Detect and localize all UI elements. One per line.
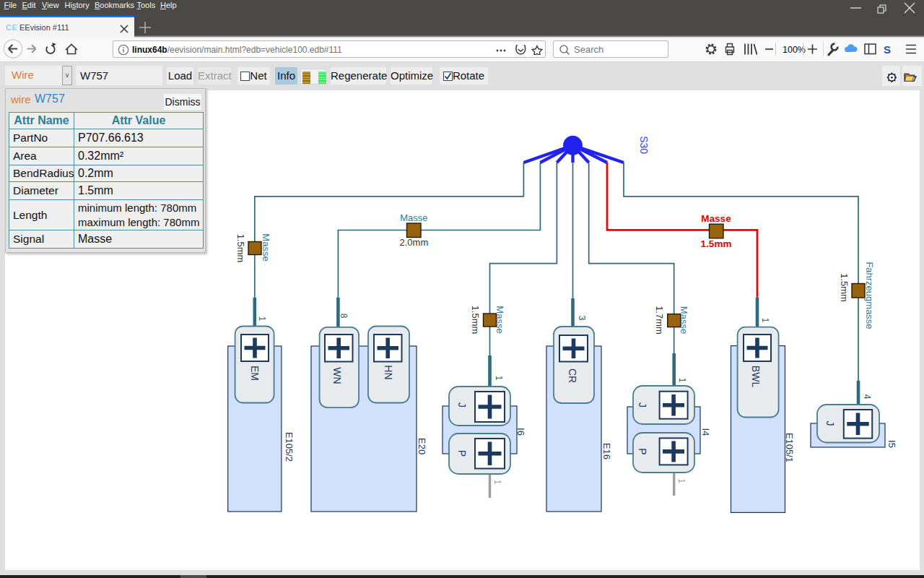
- svg-text:S: S: [884, 43, 891, 56]
- svg-text:100%: 100%: [783, 45, 806, 55]
